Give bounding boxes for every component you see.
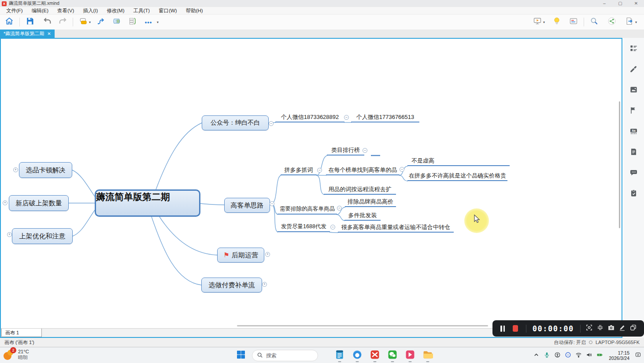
battery-icon[interactable] (596, 352, 603, 360)
presentation-button[interactable] (532, 16, 543, 28)
topic-pdd-keywords[interactable]: 拼多多抓词 (281, 166, 317, 175)
collapse-marker[interactable]: − (330, 225, 335, 230)
menu-item-modify[interactable]: 修改(M) (102, 7, 129, 14)
topic-exclude-brand[interactable]: 排除品牌商品高价 (345, 198, 396, 207)
region-select-button[interactable] (585, 323, 594, 334)
inspiration-button[interactable] (551, 16, 563, 28)
collapse-marker[interactable]: − (363, 148, 367, 153)
topic-later-operations[interactable]: ⚑ 后期运营 (217, 248, 264, 263)
topic-high-order-idea[interactable]: 高客单思路 (224, 198, 270, 213)
format-panel-button[interactable] (568, 16, 579, 28)
collapse-marker[interactable]: − (317, 168, 322, 173)
stop-button[interactable] (513, 325, 518, 332)
task-panel-button[interactable] (626, 186, 641, 201)
topic-not-inflated[interactable]: 不是虚高 (407, 157, 510, 166)
screenshot-button[interactable] (607, 323, 616, 334)
weather-widget[interactable]: 2 21°C 晴朗 (4, 349, 29, 360)
tray-app-ring-icon[interactable] (565, 352, 571, 360)
menu-item-insert[interactable]: 插入(I) (78, 7, 102, 14)
collapse-marker[interactable]: − (270, 201, 274, 206)
format-brush-button[interactable] (626, 62, 641, 77)
menu-item-view[interactable]: 查看(V) (53, 7, 78, 14)
topic-listing-optimization[interactable]: 上架优化和注意 (12, 228, 73, 244)
close-button[interactable]: ✕ (628, 0, 644, 7)
taskbar-app-xmind[interactable] (368, 349, 381, 362)
topic-really-expensive[interactable]: 在拼多多不许高就是这个品确实价格贵 (407, 172, 507, 181)
menu-item-file[interactable]: 文件(F) (2, 7, 27, 14)
more-tools-button[interactable]: ••• (143, 16, 154, 28)
tab-close-icon[interactable]: ✕ (47, 31, 51, 36)
shrink-button[interactable] (596, 323, 605, 334)
menu-item-tools[interactable]: 工具(T) (129, 7, 154, 14)
menu-item-window[interactable]: 窗口(W) (154, 7, 181, 14)
menu-item-edit[interactable]: 编辑(E) (27, 7, 53, 14)
image-panel-button[interactable] (626, 83, 641, 98)
search-input[interactable]: 搜索 (252, 350, 318, 361)
topic-category-ranking[interactable]: 类目排行榜 (327, 146, 364, 156)
topic-shipping-1688[interactable]: 发货尽量1688代发 (278, 223, 330, 232)
mindmap-canvas[interactable]: 薅流简单版第二期 选品卡顿解决 新店破上架数量 上架优化和注意 公众号：绅白不白… (1, 39, 622, 328)
topic-wechat-1[interactable]: 个人微信18733628892 (275, 113, 344, 122)
boundary-button[interactable] (111, 16, 122, 28)
topic-exclude-products[interactable]: 需要排除的高客单商品 (278, 205, 337, 215)
wifi-icon[interactable] (575, 352, 582, 360)
collapse-marker[interactable]: − (337, 206, 342, 211)
presentation-caret-icon[interactable]: ▾ (543, 20, 545, 24)
relationship-button[interactable] (95, 16, 107, 28)
undo-button[interactable] (42, 16, 53, 28)
zoom-search-button[interactable] (588, 16, 600, 28)
topic-public-account[interactable]: 公众号：绅白不白 (202, 115, 269, 130)
collapse-marker[interactable]: − (269, 121, 274, 126)
topic-find-high-order[interactable]: 在每个榜单找到高客单的品 (326, 166, 400, 175)
export-button[interactable] (624, 16, 635, 28)
taskbar-app-notepad[interactable] (333, 349, 346, 362)
more-tools-caret-icon[interactable]: ▾ (157, 20, 159, 24)
expand-marker[interactable]: + (7, 232, 12, 237)
document-tab[interactable]: *薅流简单版第二期 ✕ (0, 30, 55, 38)
expand-marker[interactable]: + (265, 252, 270, 257)
share-button[interactable] (606, 16, 618, 28)
taskbar-app-video[interactable] (403, 349, 417, 362)
horizontal-scrollbar[interactable] (237, 325, 488, 326)
minimize-button[interactable]: – (596, 0, 612, 7)
taskbar-app-browser[interactable] (351, 349, 364, 362)
topic-wechat-2[interactable]: 个人微信17736766513 (351, 113, 419, 122)
notification-center-icon[interactable] (635, 352, 641, 360)
save-button[interactable] (24, 16, 36, 28)
topic-root[interactable]: 薅流简单版第二期 (95, 189, 200, 217)
taskbar-app-explorer[interactable] (421, 349, 434, 362)
tray-ime-icon[interactable] (554, 352, 561, 360)
draw-button[interactable] (618, 323, 627, 334)
outline-panel-button[interactable] (626, 41, 641, 56)
maximize-button[interactable]: ▢ (612, 0, 628, 7)
taskbar-app-wechat[interactable] (386, 349, 399, 362)
redo-button[interactable] (57, 16, 68, 28)
tray-microphone-icon[interactable] (544, 352, 550, 360)
label-panel-button[interactable]: Aa (626, 124, 641, 139)
pause-button[interactable] (500, 326, 505, 332)
expand-marker[interactable]: + (13, 167, 18, 172)
export-caret-icon[interactable]: ▾ (635, 20, 637, 24)
topic-new-store-listing[interactable]: 新店破上架数量 (9, 195, 69, 211)
vertical-scrollbar[interactable] (619, 101, 620, 228)
summary-button[interactable] (127, 16, 138, 28)
notes-panel-button[interactable] (626, 145, 641, 160)
expand-marker[interactable]: + (3, 200, 7, 205)
marker-panel-button[interactable] (626, 104, 641, 119)
topic-not-suitable-transit[interactable]: 很多高客单商品重量或者运输不适合中转仓 (338, 223, 454, 233)
taskbar-clock[interactable]: 17:15 2026/3/24 (609, 350, 629, 361)
home-button[interactable] (4, 16, 15, 28)
topic-multi-pack[interactable]: 多件批发装 (344, 211, 381, 221)
collapse-marker[interactable]: − (344, 115, 349, 120)
expand-marker[interactable]: + (262, 282, 267, 287)
window-switch-button[interactable] (629, 323, 638, 334)
menu-item-help[interactable]: 帮助(H) (181, 7, 207, 14)
collapse-marker[interactable]: − (400, 167, 404, 172)
tray-chevron-up-icon[interactable] (533, 352, 540, 360)
topic-expand-keywords[interactable]: 用品的词按远程流程去扩 (324, 185, 396, 195)
new-topic-caret-icon[interactable]: ▾ (89, 20, 91, 24)
comments-panel-button[interactable] (626, 166, 641, 181)
volume-icon[interactable] (586, 352, 592, 360)
topic-product-selection[interactable]: 选品卡顿解决 (19, 162, 72, 178)
sheet-tab[interactable]: 画布 1 (1, 329, 42, 337)
